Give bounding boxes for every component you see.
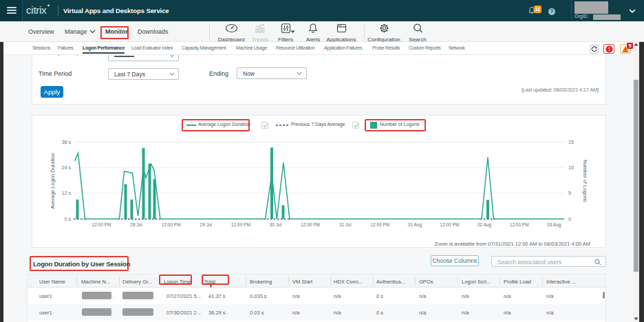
svg-text:30 Jul: 30 Jul xyxy=(270,222,282,227)
svg-text:citrix: citrix xyxy=(26,4,47,16)
svg-text:31 Jul: 31 Jul xyxy=(339,222,352,227)
svg-text:36 s: 36 s xyxy=(62,140,72,144)
svg-text:12:00 PM: 12:00 PM xyxy=(510,222,529,227)
svg-text:12:00 PM: 12:00 PM xyxy=(231,222,250,227)
svg-text:24 s: 24 s xyxy=(62,165,72,170)
svg-text:10: 10 xyxy=(568,165,574,170)
svg-text:Average Logon Duration: Average Logon Duration xyxy=(50,153,56,208)
svg-text:12:00 PM: 12:00 PM xyxy=(162,222,181,227)
svg-text:12:00 PM: 12:00 PM xyxy=(370,222,389,227)
svg-text:0: 0 xyxy=(568,217,571,222)
svg-text:0 s: 0 s xyxy=(65,217,72,222)
svg-text:29 Jul: 29 Jul xyxy=(200,222,213,227)
svg-text:03 Aug: 03 Aug xyxy=(547,222,561,228)
svg-text:01 Aug: 01 Aug xyxy=(408,222,422,228)
svg-text:02 Aug: 02 Aug xyxy=(477,222,492,228)
svg-text:12:00 PM: 12:00 PM xyxy=(440,222,460,227)
svg-text:12 s: 12 s xyxy=(62,191,72,195)
svg-text:12:00 PM: 12:00 PM xyxy=(92,222,111,227)
svg-text:5: 5 xyxy=(568,191,571,195)
svg-text:Number of Logons: Number of Logons xyxy=(582,160,588,202)
svg-text:28 Jul: 28 Jul xyxy=(130,222,142,227)
svg-text:15: 15 xyxy=(568,140,574,144)
svg-text:12:00 PM: 12:00 PM xyxy=(301,222,320,227)
